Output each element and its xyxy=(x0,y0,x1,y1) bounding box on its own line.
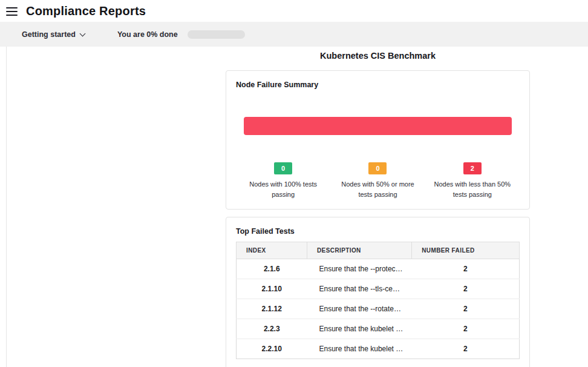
cell-index: 2.1.6 xyxy=(237,259,307,279)
cell-description: Ensure that the --tls-ce… xyxy=(307,279,412,299)
cell-number-failed: 2 xyxy=(412,299,520,319)
stat-label: Nodes with 100% tests passing xyxy=(241,179,325,199)
report-column: Kubernetes CIS Benchmark Node Failure Su… xyxy=(226,51,530,367)
cell-index: 2.2.10 xyxy=(237,339,307,359)
cell-description: Ensure that the kubelet … xyxy=(307,319,412,339)
stat-label: Nodes with 50% or more tests passing xyxy=(335,179,420,199)
stat-badge-red: 2 xyxy=(463,162,482,174)
node-failure-summary-card: Node Failure Summary 0 Nodes with 100% t… xyxy=(226,70,530,210)
top-header: Compliance Reports xyxy=(0,0,588,22)
table-row: 2.2.3 Ensure that the kubelet … 2 xyxy=(237,319,520,339)
table-row: 2.1.6 Ensure that the --protec… 2 xyxy=(237,259,520,279)
cell-number-failed: 2 xyxy=(412,319,520,339)
getting-started-bar: Getting started You are 0% done xyxy=(0,22,588,47)
cell-number-failed: 2 xyxy=(412,259,520,279)
top-failed-tests-table: INDEX DESCRIPTION NUMBER FAILED 2.1.6 En… xyxy=(236,242,520,359)
table-header-row: INDEX DESCRIPTION NUMBER FAILED xyxy=(237,242,520,259)
node-failure-bar-chart xyxy=(244,117,512,135)
stat-nodes-100-passing: 0 Nodes with 100% tests passing xyxy=(236,162,330,199)
column-header-index: INDEX xyxy=(237,242,307,259)
column-header-number-failed: NUMBER FAILED xyxy=(412,242,520,259)
cell-description: Ensure that the --rotate… xyxy=(307,299,412,319)
cell-index: 2.1.12 xyxy=(237,299,307,319)
stat-badge-green: 0 xyxy=(274,162,292,174)
report-title: Kubernetes CIS Benchmark xyxy=(226,51,530,61)
cell-index: 2.1.10 xyxy=(237,279,307,299)
chevron-down-icon xyxy=(80,31,85,37)
stat-nodes-50-passing: 0 Nodes with 50% or more tests passing xyxy=(330,162,425,199)
cell-number-failed: 2 xyxy=(412,279,520,299)
stat-label: Nodes with less than 50% tests passing xyxy=(430,179,515,199)
table-row: 2.1.12 Ensure that the --rotate… 2 xyxy=(237,299,520,319)
node-failure-summary-title: Node Failure Summary xyxy=(236,81,520,89)
cell-number-failed: 2 xyxy=(412,339,520,359)
table-row: 2.1.10 Ensure that the --tls-ce… 2 xyxy=(237,279,520,299)
top-failed-tests-card: Top Failed Tests INDEX DESCRIPTION NUMBE… xyxy=(226,217,530,367)
progress-bar xyxy=(188,30,245,39)
top-failed-tests-title: Top Failed Tests xyxy=(236,227,520,236)
getting-started-label: Getting started xyxy=(22,30,76,39)
stat-nodes-less-50-passing: 2 Nodes with less than 50% tests passing xyxy=(425,162,520,199)
page-title: Compliance Reports xyxy=(26,4,146,18)
column-header-description: DESCRIPTION xyxy=(307,242,412,259)
node-failure-stats-row: 0 Nodes with 100% tests passing 0 Nodes … xyxy=(236,162,520,199)
getting-started-dropdown[interactable]: Getting started xyxy=(22,30,85,39)
hamburger-menu-icon[interactable] xyxy=(6,7,18,16)
progress-text: You are 0% done xyxy=(117,30,178,39)
cell-description: Ensure that the --protec… xyxy=(307,259,412,279)
cell-description: Ensure that the kubelet … xyxy=(307,339,412,359)
stat-badge-orange: 0 xyxy=(368,162,387,174)
content-area: Kubernetes CIS Benchmark Node Failure Su… xyxy=(6,47,588,367)
table-row: 2.2.10 Ensure that the kubelet … 2 xyxy=(237,339,520,359)
cell-index: 2.2.3 xyxy=(237,319,307,339)
